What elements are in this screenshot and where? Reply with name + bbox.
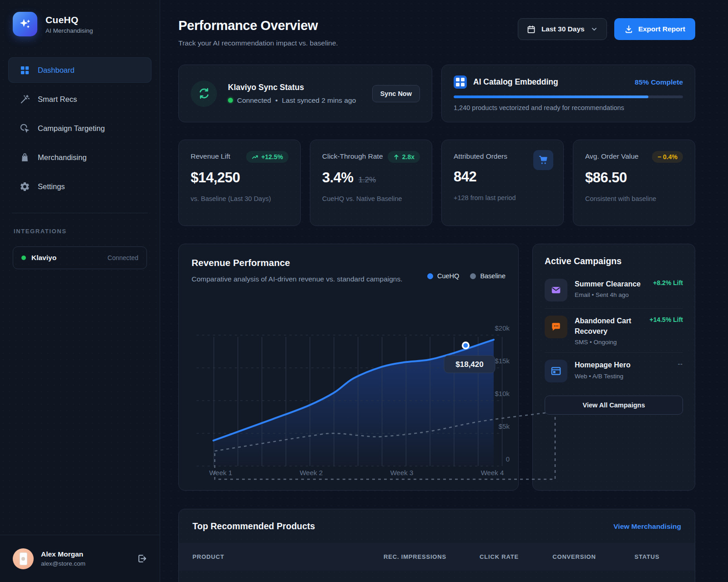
user-profile: Alex Morgan alex@store.com [0,535,160,582]
campaign-name: Homepage Hero [575,360,641,370]
campaign-info: Abandoned Cart Recovery SMS • Ongoing [575,316,641,346]
last-synced-label: Last synced 2 mins ago [282,96,356,105]
download-icon [624,25,633,34]
shopping-bag-icon [20,152,30,163]
trend-up-icon [252,154,258,161]
column-conversion: Conversion [536,553,613,560]
sidebar-item-dashboard[interactable]: Dashboard [8,57,152,83]
export-report-button[interactable]: Export Report [614,18,695,40]
top-products-card: Top Recommended Products View Merchandis… [178,509,695,582]
connected-dot [228,98,233,103]
chat-bubble-icon [545,316,567,338]
campaign-lift: +14.5% Lift [648,316,683,325]
kpi-badge: +12.5% [246,151,288,163]
embedding-title: AI Catalog Embedding [473,77,558,87]
kpi-badge: 2.8x [388,151,420,163]
grid-icon [454,75,467,89]
campaign-meta: SMS • Ongoing [575,339,641,346]
legend-baseline: Baseline [470,272,506,280]
kpi-value: $86.50 [585,170,627,186]
integration-klaviyo[interactable]: Klaviyo Connected [13,246,147,269]
kpi-footnote: CueHQ vs. Native Baseline [322,195,420,202]
embedding-header: AI Catalog Embedding 85% Complete [454,75,683,89]
nav-label: Smart Recs [38,95,77,104]
brand-subtitle: AI Merchandising [46,27,93,34]
sidebar-item-settings[interactable]: Settings [8,174,152,199]
sparkles-icon [18,17,32,31]
chart-row: Revenue Performance Comparative analysis… [178,244,695,491]
chevron-down-icon [590,25,598,33]
sidebar-item-smart-recs[interactable]: Smart Recs [8,86,152,112]
legend-dot-cuehq [427,273,433,279]
sidebar: CueHQ AI Merchandising Dashboard [0,0,160,582]
magic-wand-icon [20,94,30,105]
kpi-footnote: Consistent with baseline [585,195,683,202]
active-campaigns-card: Active Campaigns Summer Clearance Email … [532,244,695,491]
calendar-icon [526,25,536,34]
logout-icon[interactable] [136,553,147,564]
kpi-label: Revenue Lift [191,151,230,162]
header-actions: Last 30 Days Export Report [518,18,695,40]
view-all-campaigns-button[interactable]: View All Campaigns [545,396,683,415]
page-heading: Performance Overview Track your AI recom… [178,18,338,47]
sidebar-item-campaign-targeting[interactable]: Campaign Targeting [8,115,152,141]
view-merchandising-link[interactable]: View Merchandising [613,522,681,531]
catalog-embedding-card: AI Catalog Embedding 85% Complete 1,240 … [441,65,695,122]
sidebar-nav: Dashboard Smart Recs Cam [8,57,152,199]
browser-window-icon [545,360,567,382]
status-cards-row: Klaviyo Sync Status Connected • Last syn… [178,65,695,122]
campaigns-title: Active Campaigns [545,256,683,266]
kpi-value: 3.4% [322,170,354,186]
campaigns-list: Summer Clearance Email • Sent 4h ago +8.… [545,272,683,389]
date-range-dropdown[interactable]: Last 30 Days [518,18,607,40]
kpi-baseline-value: 1.2% [359,176,376,185]
kpi-click-through-rate: Click-Through Rate 2.8x 3.4% 1.2% CueHQ … [310,140,432,226]
sync-now-button[interactable]: Sync Now [372,85,420,102]
legend-cuehq: CueHQ [427,272,459,280]
bullet-separator: • [275,96,278,105]
brand-name: CueHQ [46,15,93,25]
embedding-progress-fill [454,95,648,98]
nav-label: Campaign Targeting [38,124,105,133]
avatar[interactable] [13,548,34,569]
embedding-percent: 85% Complete [635,78,683,86]
legend-dot-baseline [470,273,476,279]
column-product: Product [192,553,367,560]
page-title: Performance Overview [178,18,338,33]
sidebar-item-merchandising[interactable]: Merchandising [8,145,152,170]
kpi-footnote: +128 from last period [454,194,551,201]
chart-title: Revenue Performance [192,257,506,268]
target-click-icon [20,123,30,134]
avatar-phone-graphic [20,552,27,565]
brand: CueHQ AI Merchandising [8,12,152,36]
brand-text: CueHQ AI Merchandising [46,15,93,34]
table-column-headers: Product Rec. Impressions Click Rate Conv… [179,543,695,571]
sync-icon [191,80,217,107]
kpi-label: Click-Through Rate [322,151,383,162]
table-header: Top Recommended Products View Merchandis… [179,521,695,532]
column-rec-impressions: Rec. Impressions [367,553,463,560]
campaign-homepage-hero[interactable]: Homepage Hero Web • A/B Testing -- [545,352,683,389]
connected-label: Connected [237,96,271,105]
kpi-value: $14,250 [191,170,240,186]
app-window: CueHQ AI Merchandising Dashboard [0,0,728,582]
campaign-lift: +8.2% Lift [648,279,683,288]
main-content: Performance Overview Track your AI recom… [160,0,728,582]
page-subtitle: Track your AI recommendation impact vs. … [178,39,338,47]
kpi-value: 842 [454,169,476,185]
chart-subtitle: Comparative analysis of AI-driven revenu… [192,274,403,285]
column-click-rate: Click Rate [463,553,536,560]
kpi-avg-order-value: Avg. Order Value − 0.4% $86.50 Consisten… [573,140,695,226]
export-report-label: Export Report [638,25,685,33]
sidebar-divider [12,213,148,213]
cart-icon [533,150,553,170]
sync-card-title: Klaviyo Sync Status [228,83,356,92]
integrations-label: INTEGRATIONS [14,228,152,235]
campaign-abandoned-cart[interactable]: Abandoned Cart Recovery SMS • Ongoing +1… [545,308,683,352]
user-name: Alex Morgan [41,550,86,558]
campaign-summer-clearance[interactable]: Summer Clearance Email • Sent 4h ago +8.… [545,272,683,308]
revenue-performance-card: Revenue Performance Comparative analysis… [178,244,519,491]
user-info: Alex Morgan alex@store.com [41,550,86,567]
kpi-badge: − 0.4% [652,151,683,163]
kpi-label: Attributed Orders [454,151,507,162]
